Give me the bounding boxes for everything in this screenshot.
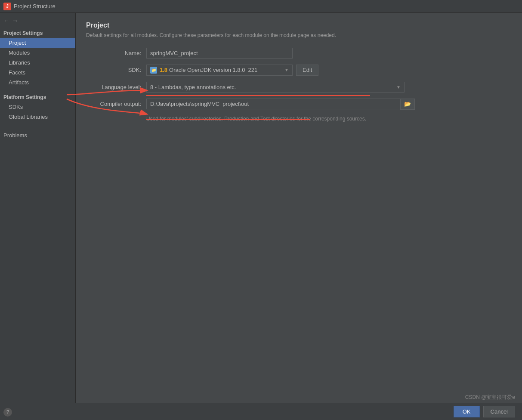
- sidebar-item-project[interactable]: Project: [0, 38, 75, 48]
- sdk-dropdown[interactable]: 📁 1.8 Oracle OpenJDK version 1.8.0_221 ▼: [146, 65, 293, 76]
- compiler-hint: Used for modules' subdirectories, Produc…: [146, 116, 512, 122]
- watermark: CSDN @宝宝很可爱e: [465, 394, 515, 401]
- compiler-output-control: 📂: [146, 99, 415, 110]
- language-level-value: 8 - Lambdas, type annotations etc.: [150, 84, 396, 90]
- sdk-text: Oracle OpenJDK version 1.8.0_221: [169, 67, 283, 73]
- window-title: Project Structure: [14, 3, 56, 9]
- ok-button[interactable]: OK: [454, 406, 480, 417]
- title-bar: J Project Structure: [0, 0, 522, 13]
- nav-arrows: ← →: [0, 15, 75, 27]
- language-level-label: Language level:: [86, 84, 146, 90]
- sdk-row: SDK: 📁 1.8 Oracle OpenJDK version 1.8.0_…: [86, 65, 512, 76]
- forward-arrow[interactable]: →: [12, 17, 18, 24]
- page-description: Default settings for all modules. Config…: [86, 32, 512, 39]
- sdk-dropdown-arrow-icon: ▼: [284, 68, 289, 72]
- sidebar-item-modules[interactable]: Modules: [0, 48, 75, 58]
- compiler-output-row: Compiler output: 📂: [86, 99, 512, 110]
- project-settings-label: Project Settings: [0, 27, 75, 38]
- name-label: Name:: [86, 50, 146, 56]
- sidebar-item-libraries[interactable]: Libraries: [0, 58, 75, 68]
- app-icon: J: [3, 3, 11, 10]
- name-row: Name:: [86, 48, 512, 59]
- cancel-button[interactable]: Cancel: [483, 406, 515, 417]
- content-area: Project Default settings for all modules…: [76, 13, 522, 420]
- main-layout: ← → Project Settings Project Modules Lib…: [0, 13, 522, 420]
- help-icon[interactable]: ?: [3, 408, 12, 417]
- compiler-output-input[interactable]: [146, 99, 400, 109]
- sidebar-item-sdks[interactable]: SDKs: [0, 102, 75, 112]
- language-level-arrow-icon: ▼: [396, 85, 401, 90]
- sdk-version: 1.8: [160, 67, 167, 73]
- edit-button[interactable]: Edit: [296, 65, 318, 76]
- folder-browse-icon: 📂: [404, 101, 411, 107]
- sdk-label: SDK:: [86, 67, 146, 73]
- page-title: Project: [86, 22, 512, 29]
- language-level-dropdown[interactable]: 8 - Lambdas, type annotations etc. ▼: [146, 82, 405, 93]
- sidebar: ← → Project Settings Project Modules Lib…: [0, 13, 76, 420]
- sdk-folder-icon: 📁: [150, 67, 157, 74]
- platform-settings-label: Platform Settings: [0, 91, 75, 102]
- sidebar-item-global-libraries[interactable]: Global Libraries: [0, 112, 75, 122]
- back-arrow[interactable]: ←: [3, 17, 9, 24]
- sidebar-item-problems[interactable]: Problems: [0, 129, 75, 140]
- compiler-output-label: Compiler output:: [86, 101, 146, 107]
- sidebar-item-facets[interactable]: Facets: [0, 68, 75, 77]
- name-input[interactable]: [146, 48, 293, 59]
- compiler-browse-button[interactable]: 📂: [400, 99, 415, 110]
- sidebar-item-artifacts[interactable]: Artifacts: [0, 77, 75, 87]
- bottom-bar: OK Cancel: [0, 403, 522, 420]
- language-level-row: Language level: 8 - Lambdas, type annota…: [86, 82, 512, 93]
